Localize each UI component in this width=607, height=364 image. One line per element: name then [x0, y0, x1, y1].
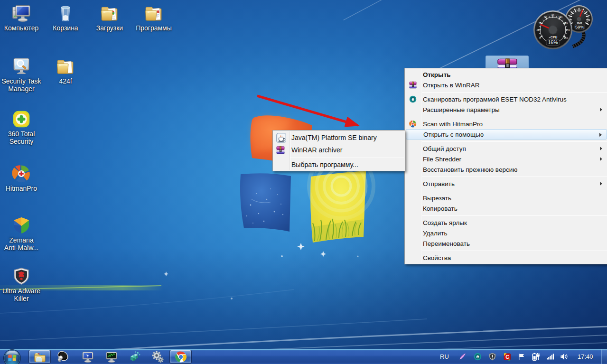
svg-text:100: 100 [558, 16, 562, 19]
submenu-arrow-icon [600, 182, 602, 186]
desktop-icon-424f[interactable]: 424f [44, 57, 87, 85]
open-with-submenu: Java(TM) Platform SE binary WinRAR archi… [272, 130, 405, 171]
start-button[interactable] [3, 349, 21, 364]
taskbar-icon-settings-gears[interactable] [151, 350, 164, 364]
svg-text:140: 140 [566, 28, 570, 31]
menu-item-copy[interactable]: Копировать [405, 203, 607, 214]
ultra-adware-killer-icon [12, 267, 31, 286]
desktop-icon-label: 424f [44, 78, 87, 85]
taskbar-clock[interactable]: 17:40 [578, 353, 593, 360]
desktop-icon-label: Программы [132, 25, 176, 32]
explorer-icon [34, 351, 46, 363]
taskbar-button-explorer[interactable] [28, 350, 51, 364]
menu-item-delete[interactable]: Удалить [405, 228, 607, 238]
menu-item-open-in-winrar[interactable]: Открыть в WinRAR [405, 80, 607, 90]
svg-text:160: 160 [564, 37, 568, 39]
svg-text:120: 120 [564, 21, 568, 24]
desktop-icon-security-task-manager[interactable]: Security Task Manager [0, 57, 43, 93]
menu-item-cut[interactable]: Вырезать [405, 193, 607, 203]
language-indicator[interactable]: RU [440, 353, 449, 360]
submenu-item-choose-program[interactable]: Выбрать программу... [273, 159, 405, 170]
cpu-meter-gadget[interactable]: MEM 59% [531, 1, 597, 51]
360-total-security-icon [12, 110, 31, 129]
menu-separator [290, 158, 404, 158]
taskbar-icon-remote-monitor[interactable] [81, 350, 94, 364]
svg-text:80: 80 [551, 14, 554, 17]
menu-separator [422, 191, 607, 191]
submenu-item-java[interactable]: Java(TM) Platform SE binary [273, 131, 405, 144]
menu-item-properties[interactable]: Свойства [405, 252, 607, 263]
menu-item-create-shortcut[interactable]: Создать ярлык [405, 217, 607, 228]
tray-network-signal-icon[interactable] [546, 353, 554, 361]
menu-separator [422, 141, 607, 142]
desktop-icon-label: Компьютер [0, 25, 43, 32]
recycle-bin-icon [56, 4, 75, 23]
desktop-icon-label: Загрузки [88, 25, 131, 32]
security-task-manager-icon [12, 57, 31, 76]
downloads-folder-icon [100, 4, 119, 23]
menu-item-send-to[interactable]: Отправить [405, 178, 607, 189]
desktop-icon-computer[interactable]: Компьютер [0, 4, 43, 32]
hitmanpro-icon [409, 120, 417, 128]
taskbar-icon-speaker-app[interactable] [56, 350, 69, 364]
tray-eset-icon[interactable] [474, 353, 482, 361]
taskbar-icon-resource-monitor[interactable] [105, 350, 118, 364]
desktop-icon-recycle-bin[interactable]: Корзина [44, 4, 87, 32]
menu-separator [422, 92, 607, 93]
java-icon [276, 133, 286, 143]
cpu-gauge: 0 20 40 60 80 100 120 140 160 CPU 16% [533, 10, 572, 49]
tray-volume-icon[interactable] [560, 353, 568, 361]
tray-power-plug-icon[interactable] [532, 353, 540, 361]
taskbar-button-chrome[interactable] [169, 350, 192, 364]
menu-item-rename[interactable]: Переименовать [405, 238, 607, 249]
context-menu: Открыть Открыть в WinRAR Сканировать про… [404, 68, 607, 264]
tray-comodo-icon[interactable]: C [503, 353, 511, 361]
desktop-icon-label: Security Task Manager [0, 78, 43, 93]
winrar-icon [409, 81, 417, 89]
svg-text:0: 0 [539, 37, 541, 39]
desktop-icon-zemana[interactable]: Zemana Anti-Malw... [0, 216, 43, 252]
tray-shield-icon[interactable] [488, 353, 496, 361]
taskbar: RU C [0, 349, 607, 364]
mem-gauge-value: 59% [575, 24, 585, 29]
tray-action-center-flag-icon[interactable] [517, 353, 525, 361]
menu-item-scan-hitmanpro[interactable]: Scan with HitmanPro [405, 119, 607, 129]
submenu-arrow-icon [600, 108, 602, 112]
cpu-gauge-label: CPU [551, 36, 557, 39]
menu-item-advanced-options[interactable]: Расширенные параметры [405, 104, 607, 115]
svg-text:C: C [505, 354, 509, 360]
zemana-icon [12, 216, 31, 235]
submenu-arrow-icon [599, 133, 602, 137]
menu-item-restore-previous[interactable]: Восстановить прежнюю версию [405, 164, 607, 175]
taskbar-icon-cubes-app[interactable] [128, 350, 141, 364]
svg-text:60: 60 [544, 16, 547, 19]
mem-gauge-label: MEM [577, 22, 582, 24]
desktop-icon-label: HitmanPro [0, 185, 43, 193]
desktop-icon-360-total-security[interactable]: 360 Total Security [0, 110, 43, 145]
tray-quill-icon[interactable] [458, 353, 467, 361]
menu-item-scan-eset[interactable]: Сканировать программой ESET NOD32 Antivi… [405, 94, 607, 104]
menu-separator [422, 215, 607, 216]
menu-item-open[interactable]: Открыть [405, 69, 607, 80]
desktop-icon-label: Zemana Anti-Malw... [0, 237, 43, 252]
hitmanpro-icon [12, 164, 31, 183]
menu-separator [422, 117, 607, 117]
desktop-icon-hitmanpro[interactable]: HitmanPro [0, 164, 43, 193]
show-desktop-button[interactable] [601, 349, 607, 364]
menu-item-sharing[interactable]: Общий доступ [405, 143, 607, 154]
desktop-icon-label: Ultra Adware Killer [0, 288, 43, 302]
menu-item-open-with[interactable]: Открыть с помощью [406, 129, 607, 140]
submenu-arrow-icon [600, 147, 602, 150]
folder-icon [56, 57, 75, 76]
chrome-icon [175, 351, 187, 363]
desktop-icon-ultra-adware-killer[interactable]: Ultra Adware Killer [0, 267, 43, 302]
cpu-gauge-value: 16% [548, 39, 558, 45]
svg-text:20: 20 [537, 28, 540, 31]
desktop-icon-downloads[interactable]: Загрузки [88, 4, 131, 32]
menu-separator [422, 251, 607, 251]
desktop-icon-programs[interactable]: Программы [132, 4, 176, 32]
desktop-icon-label: Корзина [44, 25, 87, 32]
submenu-item-winrar[interactable]: WinRAR archiver [273, 144, 405, 156]
eset-icon [409, 95, 417, 103]
menu-item-file-shredder[interactable]: File Shredder [405, 154, 607, 164]
